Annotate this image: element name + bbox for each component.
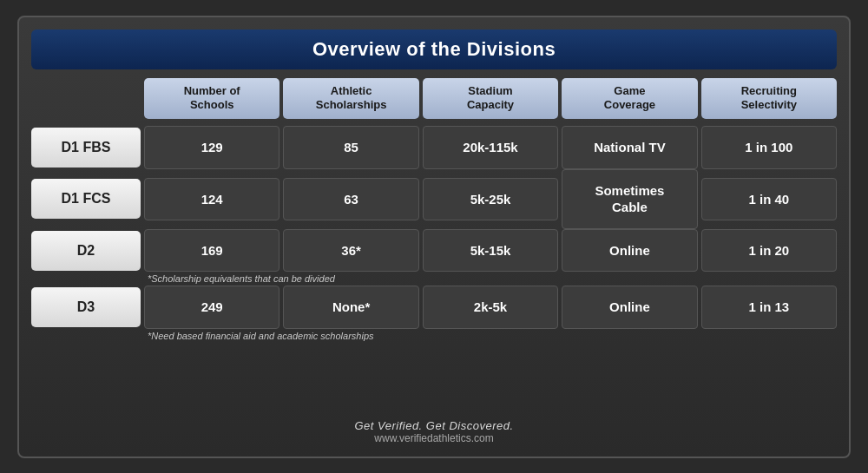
row-label-3: D3 xyxy=(31,287,141,327)
footnote-3: *Need based financial aid and academic s… xyxy=(148,331,837,341)
data-cell-0-2: 20k-115k xyxy=(423,126,558,169)
data-cell-0-3: National TV xyxy=(562,126,697,169)
data-cell-1-3: Sometimes Cable xyxy=(562,169,697,229)
data-cell-0-0: 129 xyxy=(144,126,279,169)
data-cell-2-0: 169 xyxy=(144,229,279,273)
footer: Get Verified. Get Discovered. www.verifi… xyxy=(31,417,837,444)
tagline: Get Verified. Get Discovered. xyxy=(31,419,837,432)
data-cell-3-2: 2k-5k xyxy=(423,286,558,329)
title-bar: Overview of the Divisions xyxy=(31,30,837,69)
header-cell-athletic-scholarships: Athletic Scholarships xyxy=(283,78,418,120)
data-cell-2-2: 5k-15k xyxy=(423,229,558,273)
data-cell-0-4: 1 in 100 xyxy=(701,126,837,169)
table-row-1: D1 FCS124635k-25kSometimes Cable1 in 40 xyxy=(31,169,837,229)
data-cell-2-4: 1 in 20 xyxy=(701,229,837,273)
header-cell-stadium-capacity: Stadium Capacity xyxy=(423,78,558,120)
table-row-2: D216936*5k-15kOnline1 in 20 xyxy=(31,229,837,273)
table-area: Number of SchoolsAthletic ScholarshipsSt… xyxy=(31,78,837,409)
data-cell-2-3: Online xyxy=(562,229,697,273)
row-label-0: D1 FBS xyxy=(31,128,141,168)
header-cell-game-coverage: Game Coverage xyxy=(562,78,697,120)
header-row: Number of SchoolsAthletic ScholarshipsSt… xyxy=(144,78,837,120)
data-cell-1-1: 63 xyxy=(283,178,418,221)
footnote-2: *Scholarship equivalents that can be div… xyxy=(148,273,837,284)
rows-container: D1 FBS1298520k-115kNational TV1 in 100D1… xyxy=(31,126,837,343)
data-section-3: D3249None*2k-5kOnline1 in 13*Need based … xyxy=(31,286,837,343)
header-cell-recruiting-selectivity: Recruiting Selectivity xyxy=(701,78,837,120)
data-cell-3-3: Online xyxy=(562,286,697,329)
data-cell-0-1: 85 xyxy=(283,126,418,169)
row-label-2: D2 xyxy=(31,231,141,271)
header-cell-num-schools: Number of Schools xyxy=(144,78,279,120)
page-title: Overview of the Divisions xyxy=(312,38,556,60)
data-cell-1-4: 1 in 40 xyxy=(701,178,837,221)
data-cell-3-4: 1 in 13 xyxy=(701,286,837,329)
table-row-0: D1 FBS1298520k-115kNational TV1 in 100 xyxy=(31,126,837,169)
data-cell-2-1: 36* xyxy=(283,229,418,273)
data-section-0: D1 FBS1298520k-115kNational TV1 in 100 xyxy=(31,126,837,169)
data-cell-1-2: 5k-25k xyxy=(423,178,558,221)
website: www.verifiedathletics.com xyxy=(31,432,837,444)
data-section-2: D216936*5k-15kOnline1 in 20*Scholarship … xyxy=(31,229,837,286)
table-row-3: D3249None*2k-5kOnline1 in 13 xyxy=(31,286,837,329)
row-label-1: D1 FCS xyxy=(31,179,141,219)
main-container: Overview of the Divisions Number of Scho… xyxy=(17,16,851,458)
data-cell-3-0: 249 xyxy=(144,286,279,329)
data-cell-3-1: None* xyxy=(283,286,418,329)
data-cell-1-0: 124 xyxy=(144,178,279,221)
data-section-1: D1 FCS124635k-25kSometimes Cable1 in 40 xyxy=(31,169,837,229)
